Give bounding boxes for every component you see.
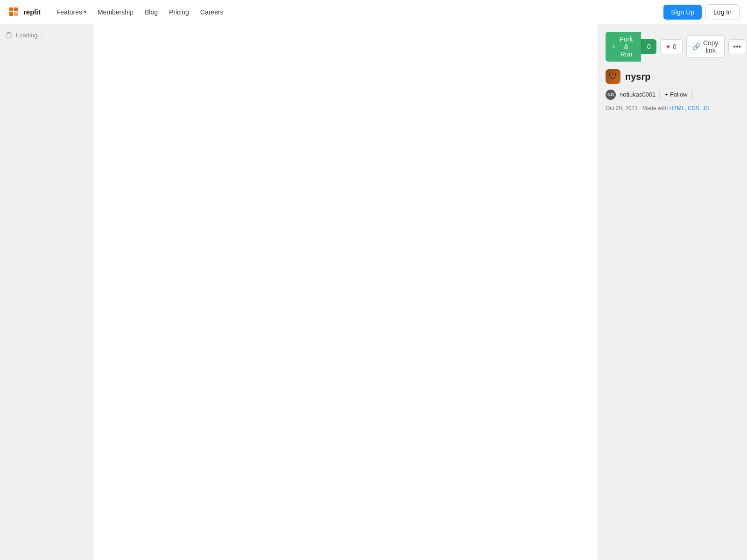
copy-link-label: Copy link: [703, 39, 719, 54]
svg-line-9: [613, 47, 613, 47]
main-layout: Loading... Fork & Run: [0, 24, 747, 560]
svg-rect-0: [7, 6, 21, 19]
action-bar: Fork & Run 0 ♥ 0 🔗 Copy link •••: [606, 32, 740, 62]
center-content: [93, 24, 598, 560]
navbar: replit Features ▾ Membership Blog Pricin…: [0, 0, 747, 24]
nav-actions: Sign Up Log In: [663, 4, 740, 20]
author-avatar: NO: [606, 90, 616, 100]
more-button[interactable]: •••: [728, 39, 747, 54]
fork-count[interactable]: 0: [641, 39, 656, 54]
date-text: Oct 20, 2023: [606, 105, 638, 112]
svg-rect-2: [9, 12, 13, 16]
repl-info: 🛡 nysrp NO notlukas0001 + Follow Oct 20,…: [606, 69, 740, 112]
repl-name: nysrp: [625, 71, 650, 82]
login-button[interactable]: Log In: [705, 4, 740, 20]
tech-html-link[interactable]: HTML: [669, 105, 685, 112]
sidebar: Loading...: [0, 24, 93, 560]
logo-text: replit: [23, 8, 41, 16]
replit-logo-icon: [7, 6, 21, 19]
svg-rect-3: [14, 7, 18, 11]
author-name[interactable]: notlukas0001: [620, 91, 655, 98]
svg-point-7: [614, 48, 615, 48]
fork-run-button[interactable]: Fork & Run: [606, 32, 641, 62]
nav-links: Features ▾ Membership Blog Pricing Caree…: [52, 6, 664, 19]
loading-indicator: Loading...: [6, 32, 87, 39]
loading-spinner: [6, 32, 12, 39]
made-with-text: · Made with: [639, 105, 668, 112]
svg-rect-4: [14, 12, 18, 16]
loading-text: Loading...: [16, 32, 42, 39]
svg-point-5: [613, 45, 614, 46]
svg-line-10: [613, 47, 614, 47]
fork-run-group: Fork & Run 0: [606, 32, 656, 62]
nav-blog[interactable]: Blog: [140, 6, 162, 19]
tech-css-link[interactable]: CSS: [688, 105, 699, 112]
heart-icon: ♥: [666, 43, 670, 50]
like-count: 0: [673, 43, 677, 50]
nav-pricing[interactable]: Pricing: [164, 6, 194, 19]
fork-run-label: Fork & Run: [618, 35, 634, 58]
nav-membership[interactable]: Membership: [93, 6, 138, 19]
like-button[interactable]: ♥ 0: [660, 39, 683, 54]
nav-features[interactable]: Features ▾: [52, 6, 91, 19]
author-row: NO notlukas0001 + Follow: [606, 89, 740, 100]
svg-point-6: [613, 48, 613, 48]
repl-title-row: 🛡 nysrp: [606, 69, 740, 84]
copy-link-button[interactable]: 🔗 Copy link: [686, 35, 725, 58]
tech-js-link[interactable]: JS: [702, 105, 709, 112]
follow-label: Follow: [670, 91, 688, 98]
svg-rect-1: [9, 7, 13, 11]
link-icon: 🔗: [692, 43, 700, 50]
plus-icon: +: [664, 91, 668, 98]
chevron-down-icon: ▾: [84, 9, 86, 14]
meta-row: Oct 20, 2023 · Made with HTML, CSS, JS: [606, 105, 740, 112]
nav-careers[interactable]: Careers: [196, 6, 228, 19]
logo[interactable]: replit: [7, 6, 41, 19]
right-panel: Fork & Run 0 ♥ 0 🔗 Copy link ••• 🛡 nysrp: [598, 24, 747, 560]
signup-button[interactable]: Sign Up: [663, 5, 702, 20]
follow-button[interactable]: + Follow: [659, 89, 692, 100]
repl-icon: 🛡: [606, 69, 620, 84]
fork-icon: [612, 43, 615, 50]
